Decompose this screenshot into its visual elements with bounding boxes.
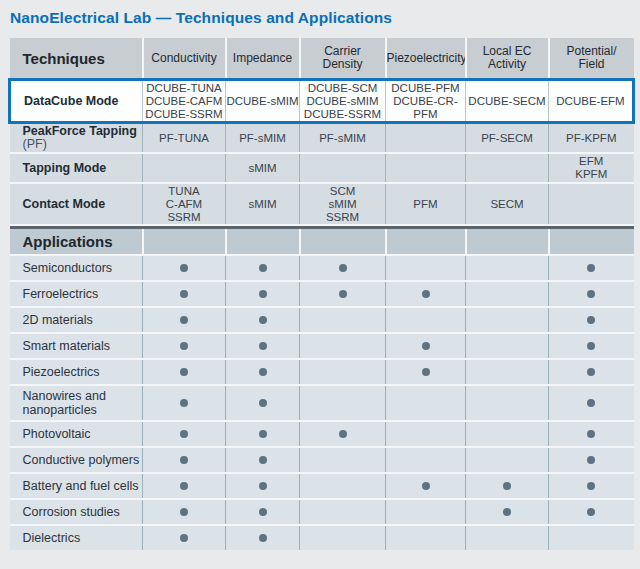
dot-icon: [503, 508, 511, 516]
dot-icon: [259, 316, 267, 324]
application-row-2d-materials: 2D materials: [10, 307, 634, 333]
dot-icon: [587, 342, 595, 350]
technique-row-contact-mode: Contact Mode TUNA C-AFM SSRM sMIM SCM sM…: [10, 183, 634, 225]
applications-header-label: Applications: [10, 229, 143, 255]
dot-icon: [180, 290, 188, 298]
application-dot-cell: [143, 499, 226, 525]
technique-cell: PF-sMIM: [300, 123, 386, 154]
dot-icon: [259, 430, 267, 438]
dot-icon: [259, 482, 267, 490]
application-dot-cell: [143, 359, 226, 385]
technique-cell: DCUBE-TUNA DCUBE-CAFM DCUBE-SSRM: [143, 80, 226, 123]
band-cell: [143, 229, 226, 255]
technique-cell: [549, 183, 634, 225]
application-dot-cell: [549, 525, 634, 550]
dot-icon: [587, 399, 595, 407]
application-row-semiconductors: Semiconductors: [10, 255, 634, 281]
application-dot-cell: [549, 473, 634, 499]
application-dot-cell: [300, 473, 386, 499]
application-dot-cell: [226, 359, 300, 385]
dot-icon: [180, 368, 188, 376]
application-dot-cell: [226, 421, 300, 447]
dot-icon: [259, 534, 267, 542]
dot-icon: [339, 430, 347, 438]
application-dot-cell: [466, 525, 549, 550]
application-dot-cell: [300, 525, 386, 550]
application-dot-cell: [466, 499, 549, 525]
dot-icon: [587, 456, 595, 464]
application-label: Smart materials: [10, 333, 143, 359]
technique-cell: PF-sMIM: [226, 123, 300, 154]
application-label: 2D materials: [10, 307, 143, 333]
column-header-carrier-density: Carrier Density: [300, 38, 386, 80]
application-label: Semiconductors: [10, 255, 143, 281]
technique-cell: sMIM: [226, 153, 300, 183]
table-header-row: Techniques Conductivity Impedance Carrie…: [10, 38, 634, 80]
application-row-ferroelectrics: Ferroelectrics: [10, 281, 634, 307]
technique-label-text: DataCube Mode: [24, 94, 118, 108]
application-dot-cell: [466, 421, 549, 447]
application-label: Conductive polymers: [10, 447, 143, 473]
application-dot-cell: [143, 333, 226, 359]
application-dot-cell: [466, 307, 549, 333]
technique-cell: PF-KPFM: [549, 123, 634, 154]
application-row-piezoelectrics: Piezoelectrics: [10, 359, 634, 385]
dot-icon: [180, 399, 188, 407]
column-header-local-ec-activity: Local EC Activity: [466, 38, 549, 80]
technique-cell: DCUBE-EFM: [549, 80, 634, 123]
dot-icon: [180, 534, 188, 542]
dot-icon: [422, 342, 430, 350]
application-row-battery-and-fuel-cells: Battery and fuel cells: [10, 473, 634, 499]
application-dot-cell: [386, 385, 466, 421]
application-dot-cell: [226, 385, 300, 421]
technique-cell: [386, 123, 466, 154]
application-dot-cell: [143, 447, 226, 473]
technique-cell: sMIM: [226, 183, 300, 225]
dot-icon: [180, 342, 188, 350]
dot-icon: [180, 264, 188, 272]
application-dot-cell: [226, 333, 300, 359]
technique-cell: DCUBE-SCM DCUBE-sMIM DCUBE-SSRM: [300, 80, 386, 123]
application-dot-cell: [300, 333, 386, 359]
applications-section-header: Applications: [10, 229, 634, 255]
dot-icon: [180, 316, 188, 324]
application-dot-cell: [226, 473, 300, 499]
application-dot-cell: [549, 421, 634, 447]
application-dot-cell: [549, 255, 634, 281]
technique-cell: [386, 153, 466, 183]
dot-icon: [180, 508, 188, 516]
column-header-conductivity: Conductivity: [143, 38, 226, 80]
technique-label-suffix: (PF): [23, 137, 47, 151]
application-row-photovoltaic: Photovoltaic: [10, 421, 634, 447]
application-dot-cell: [143, 281, 226, 307]
technique-label: DataCube Mode: [10, 80, 143, 123]
application-dot-cell: [466, 447, 549, 473]
application-dot-cell: [300, 307, 386, 333]
application-dot-cell: [466, 385, 549, 421]
application-row-nanowires-and-nanoparticles: Nanowires and nanoparticles: [10, 385, 634, 421]
dot-icon: [587, 368, 595, 376]
application-dot-cell: [549, 307, 634, 333]
band-cell: [549, 229, 634, 255]
application-dot-cell: [386, 255, 466, 281]
application-dot-cell: [386, 359, 466, 385]
application-dot-cell: [143, 255, 226, 281]
column-header-potential-field: Potential/ Field: [549, 38, 634, 80]
technique-cell: DCUBE-PFM DCUBE-CR-PFM: [386, 80, 466, 123]
dot-icon: [587, 508, 595, 516]
dot-icon: [587, 316, 595, 324]
page: NanoElectrical Lab — Techniques and Appl…: [0, 0, 640, 569]
application-label: Corrosion studies: [10, 499, 143, 525]
application-dot-cell: [386, 473, 466, 499]
dot-icon: [259, 290, 267, 298]
technique-cell: EFM KPFM: [549, 153, 634, 183]
dot-icon: [259, 456, 267, 464]
dot-icon: [503, 482, 511, 490]
application-dot-cell: [143, 307, 226, 333]
dot-icon: [422, 290, 430, 298]
application-label: Piezoelectrics: [10, 359, 143, 385]
dot-icon: [259, 399, 267, 407]
application-dot-cell: [300, 499, 386, 525]
technique-label: PeakForce Tapping (PF): [10, 123, 143, 154]
application-dot-cell: [386, 281, 466, 307]
